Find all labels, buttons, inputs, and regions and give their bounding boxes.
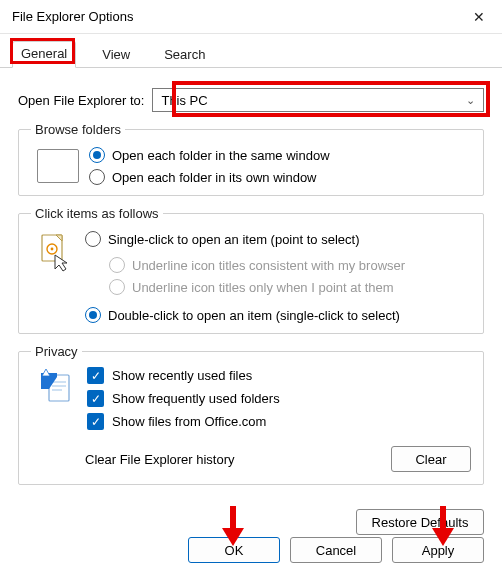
cursor-page-icon bbox=[39, 233, 71, 273]
dialog-footer: OK Cancel Apply bbox=[0, 537, 502, 563]
checkbox-office-files[interactable]: ✓ Show files from Office.com bbox=[87, 413, 471, 430]
radio-disabled-icon bbox=[109, 257, 125, 273]
radio-single-click-label: Single-click to open an item (point to s… bbox=[108, 232, 359, 247]
privacy-history-icon bbox=[35, 367, 75, 407]
tab-strip: General View Search bbox=[0, 34, 502, 68]
open-explorer-label: Open File Explorer to: bbox=[18, 93, 144, 108]
svg-rect-7 bbox=[52, 389, 62, 391]
privacy-legend: Privacy bbox=[31, 344, 82, 359]
privacy-group: Privacy ✓ Show recently used files bbox=[18, 344, 484, 485]
radio-underline-point-label: Underline icon titles only when I point … bbox=[132, 280, 394, 295]
checkbox-office-files-label: Show files from Office.com bbox=[112, 414, 266, 429]
click-items-group: Click items as follows Single-click to o… bbox=[18, 206, 484, 334]
radio-dot-icon bbox=[85, 307, 101, 323]
window-title: File Explorer Options bbox=[12, 9, 456, 24]
click-items-legend: Click items as follows bbox=[31, 206, 163, 221]
radio-underline-point: Underline icon titles only when I point … bbox=[109, 279, 471, 295]
tab-search[interactable]: Search bbox=[156, 43, 213, 68]
svg-marker-8 bbox=[42, 369, 50, 376]
clear-button[interactable]: Clear bbox=[391, 446, 471, 472]
svg-point-3 bbox=[51, 248, 54, 251]
radio-dot-icon bbox=[89, 147, 105, 163]
radio-own-window[interactable]: Open each folder in its own window bbox=[89, 169, 330, 185]
restore-defaults-button[interactable]: Restore Defaults bbox=[356, 509, 484, 535]
close-icon: ✕ bbox=[473, 9, 485, 25]
tab-panel-general: Open File Explorer to: This PC ⌄ Browse … bbox=[0, 68, 502, 503]
ok-button[interactable]: OK bbox=[188, 537, 280, 563]
radio-own-window-label: Open each folder in its own window bbox=[112, 170, 317, 185]
clear-history-label: Clear File Explorer history bbox=[85, 452, 371, 467]
checkbox-recent-files-label: Show recently used files bbox=[112, 368, 252, 383]
radio-double-click-label: Double-click to open an item (single-cli… bbox=[108, 308, 400, 323]
apply-button[interactable]: Apply bbox=[392, 537, 484, 563]
folder-window-icon bbox=[37, 149, 79, 183]
titlebar: File Explorer Options ✕ bbox=[0, 0, 502, 34]
svg-rect-6 bbox=[52, 385, 66, 387]
radio-double-click[interactable]: Double-click to open an item (single-cli… bbox=[85, 307, 471, 323]
radio-underline-browser-label: Underline icon titles consistent with my… bbox=[132, 258, 405, 273]
radio-disabled-icon bbox=[109, 279, 125, 295]
radio-same-window-label: Open each folder in the same window bbox=[112, 148, 330, 163]
chevron-down-icon: ⌄ bbox=[466, 94, 475, 107]
checkbox-frequent-folders-label: Show frequently used folders bbox=[112, 391, 280, 406]
tab-view[interactable]: View bbox=[94, 43, 138, 68]
browse-folders-legend: Browse folders bbox=[31, 122, 125, 137]
tab-general[interactable]: General bbox=[12, 41, 76, 68]
cancel-button[interactable]: Cancel bbox=[290, 537, 382, 563]
checked-box-icon: ✓ bbox=[87, 367, 104, 384]
radio-underline-browser: Underline icon titles consistent with my… bbox=[109, 257, 471, 273]
radio-single-click[interactable]: Single-click to open an item (point to s… bbox=[85, 231, 471, 247]
open-explorer-dropdown[interactable]: This PC ⌄ bbox=[152, 88, 484, 112]
radio-same-window[interactable]: Open each folder in the same window bbox=[89, 147, 330, 163]
open-explorer-value: This PC bbox=[161, 93, 207, 108]
checkbox-frequent-folders[interactable]: ✓ Show frequently used folders bbox=[87, 390, 471, 407]
checked-box-icon: ✓ bbox=[87, 413, 104, 430]
radio-empty-icon bbox=[89, 169, 105, 185]
close-button[interactable]: ✕ bbox=[456, 0, 502, 34]
checked-box-icon: ✓ bbox=[87, 390, 104, 407]
open-explorer-row: Open File Explorer to: This PC ⌄ bbox=[18, 88, 484, 112]
checkbox-recent-files[interactable]: ✓ Show recently used files bbox=[87, 367, 471, 384]
browse-folders-group: Browse folders Open each folder in the s… bbox=[18, 122, 484, 196]
radio-empty-icon bbox=[85, 231, 101, 247]
